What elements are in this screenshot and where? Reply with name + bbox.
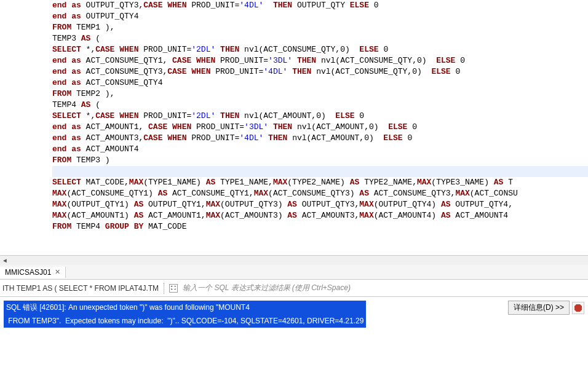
tab-label: MMICSASJ01 [5,268,51,277]
code-line[interactable]: TEMP4 AS ( [52,100,588,111]
filter-bar: ITH TEMP1 AS ( SELECT * FROM IPLAT4J.TM … [0,280,588,297]
code-line[interactable]: MAX(OUTPUT_QTY1) AS OUTPUT_QTY1,MAX(OUTP… [52,199,588,210]
code-line[interactable]: end as ACT_AMOUNT1, CASE WHEN PROD_UNIT=… [52,122,588,133]
code-line[interactable]: end as ACT_AMOUNT4 [52,144,588,155]
tab-bar: MMICSASJ01 ✕ [0,265,588,280]
expand-icon[interactable]: ⛶ [169,284,178,293]
code-line[interactable]: end as ACT_CONSUME_QTY3,CASE WHEN PROD_U… [52,66,588,77]
code-line[interactable]: MAX(ACT_CONSUME_QTY1) AS ACT_CONSUME_QTY… [52,188,588,199]
code-line[interactable]: SELECT *,CASE WHEN PROD_UNIT='2DL' THEN … [52,44,588,55]
query-preview: ITH TEMP1 AS ( SELECT * FROM IPLAT4J.TM [2,284,159,293]
error-line-2: FROM TEMP3". Expected tokens may include… [4,314,366,328]
code-line[interactable]: FROM TEMP4 GROUP BY MAT_CODE [52,221,588,232]
code-line[interactable]: end as OUTPUT_QTY4 [52,11,588,22]
divider [164,283,164,294]
code-line[interactable] [52,166,588,177]
error-message-block[interactable]: SQL 错误 [42601]: An unexpected token ")" … [4,301,366,328]
code-line[interactable]: end as ACT_CONSUME_QTY4 [52,77,588,89]
code-line[interactable]: FROM TEMP2 ), [52,89,588,100]
details-button[interactable]: 详细信息(D) >> [508,301,570,315]
stop-icon[interactable] [572,302,584,314]
svg-marker-0 [574,304,582,312]
code-line[interactable]: SELECT MAT_CODE,MAX(TYPE1_NAME) AS TYPE1… [52,177,588,188]
result-tab[interactable]: MMICSASJ01 ✕ [0,267,66,278]
scroll-left-arrow[interactable]: ◄ [0,256,10,266]
code-line[interactable]: TEMP3 AS ( [52,33,588,44]
filter-input[interactable]: 输入一个 SQL 表达式来过滤结果 (使用 Ctrl+Space) [183,283,586,293]
code-line[interactable]: SELECT *,CASE WHEN PROD_UNIT='2DL' THEN … [52,111,588,122]
code-line[interactable]: end as ACT_AMOUNT3,CASE WHEN PROD_UNIT='… [52,133,588,144]
code-line[interactable]: end as OUTPUT_QTY3,CASE WHEN PROD_UNIT='… [52,0,588,11]
horizontal-scrollbar[interactable]: ◄ [0,255,588,265]
code-line[interactable]: FROM TEMP3 ) [52,155,588,166]
error-controls: 详细信息(D) >> [508,301,584,315]
error-panel: SQL 错误 [42601]: An unexpected token ")" … [0,297,588,365]
sql-editor[interactable]: end as OUTPUT_QTY3,CASE WHEN PROD_UNIT='… [0,0,588,255]
error-line-1: SQL 错误 [42601]: An unexpected token ")" … [4,301,366,314]
code-line[interactable]: MAX(ACT_AMOUNT1) AS ACT_AMOUNT1,MAX(ACT_… [52,210,588,221]
code-line[interactable]: end as ACT_CONSUME_QTY1, CASE WHEN PROD_… [52,55,588,66]
close-icon[interactable]: ✕ [55,268,60,276]
code-line[interactable]: FROM TEMP1 ), [52,22,588,33]
